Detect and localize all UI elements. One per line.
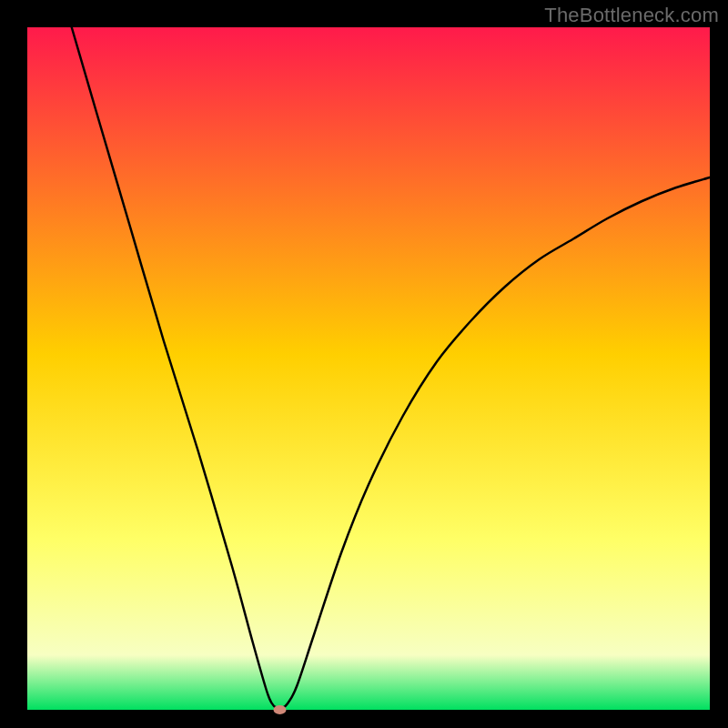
- chart-frame: TheBottleneck.com: [0, 0, 728, 728]
- minimum-marker: [274, 705, 287, 714]
- watermark-text: TheBottleneck.com: [544, 4, 719, 27]
- chart-svg: [0, 0, 728, 728]
- plot-background: [27, 27, 710, 710]
